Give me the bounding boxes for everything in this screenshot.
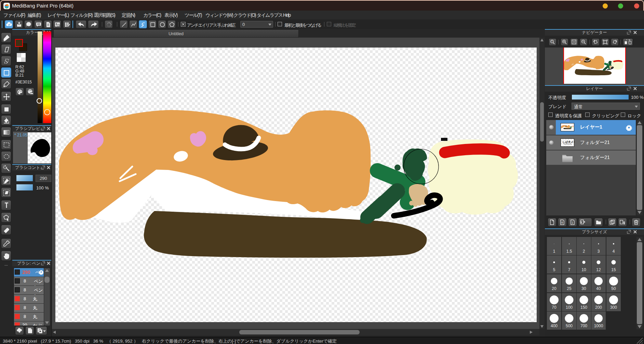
svg-text:1: 1 [551, 40, 553, 43]
svg-text:1: 1 [572, 221, 573, 224]
svg-text:8: 8 [561, 221, 563, 224]
svg-text:しば犬メモ: しば犬メモ [562, 141, 575, 144]
